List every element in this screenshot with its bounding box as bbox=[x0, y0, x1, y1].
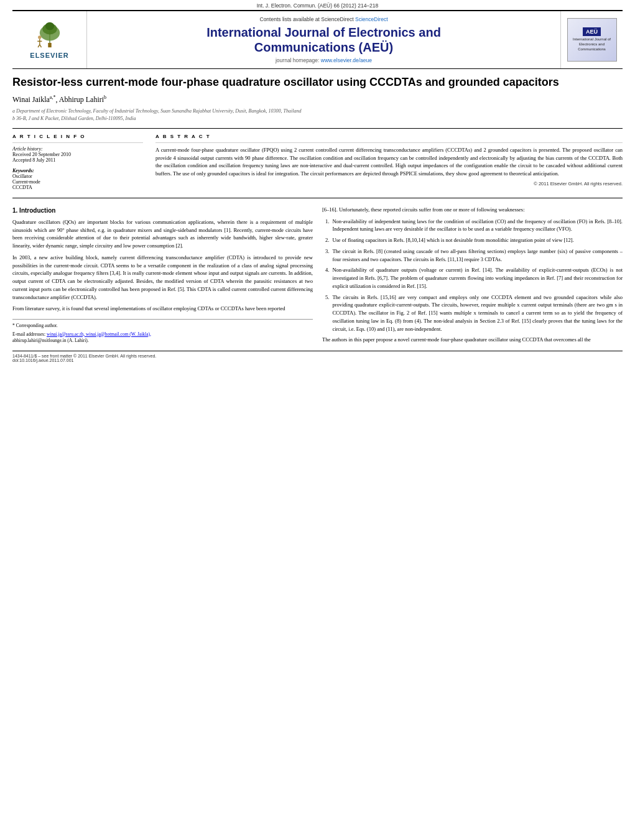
page-wrapper: Int. J. Electron. Commun. (AEÜ) 66 (2012… bbox=[0, 0, 635, 840]
divider-1 bbox=[12, 128, 623, 129]
author-winai: Winai Jaiklaa,*, Abhirup Lahirib bbox=[12, 95, 106, 104]
right-intro-continuation: [6–16]. Unfortunately, these reported ci… bbox=[322, 206, 623, 214]
affiliation-b: b 36-B, J and K Packet, Dilshad Garden, … bbox=[12, 116, 136, 121]
intro-para1: Quadrature oscillators (QOs) are importa… bbox=[12, 218, 313, 250]
intro-para3: From literature survey, it is found that… bbox=[12, 305, 313, 313]
journal-title: International Journal of Electronics and… bbox=[93, 25, 554, 55]
list-text-4: Non-availability of quadrature outputs (… bbox=[332, 266, 623, 290]
list-text-2: Use of floating capacitors in Refs. [8,1… bbox=[332, 236, 573, 244]
svg-line-8 bbox=[38, 45, 40, 48]
footnote-corresponding: * Corresponding author. bbox=[12, 323, 313, 330]
journal-homepage: journal homepage: www.elsevier.de/aeue bbox=[93, 57, 554, 63]
article-info-col: A R T I C L E I N F O Article history: R… bbox=[12, 134, 143, 190]
bottom-bar: 1434-8411/$ – see front matter © 2011 El… bbox=[12, 351, 623, 362]
abstract-label: A B S T R A C T bbox=[155, 134, 623, 139]
weakness-list: 1. Non-availability of independent tunin… bbox=[322, 218, 623, 333]
list-item-5: 5. The circuits in Refs. [15,16] are ver… bbox=[325, 293, 623, 333]
list-number-2: 2. bbox=[325, 236, 329, 244]
list-item-3: 3. The circuit in Refs. [8] (created usi… bbox=[325, 247, 623, 264]
list-item-2: 2. Use of floating capacitors in Refs. [… bbox=[325, 236, 623, 244]
sciencedirect-link: Contents lists available at ScienceDirec… bbox=[93, 16, 554, 22]
citation-bar: Int. J. Electron. Commun. (AEÜ) 66 (2012… bbox=[0, 0, 635, 10]
keywords-label: Keywords: bbox=[12, 168, 34, 173]
history-label: Article history: bbox=[12, 146, 43, 152]
intro-heading: 1. Introduction bbox=[12, 206, 313, 215]
list-number-3: 3. bbox=[325, 247, 329, 264]
list-number-4: 4. bbox=[325, 266, 329, 290]
svg-rect-0 bbox=[48, 43, 51, 47]
body-right-col: [6–16]. Unfortunately, these reported ci… bbox=[322, 206, 623, 348]
list-text-5: The circuits in Refs. [15,16] are very c… bbox=[332, 293, 623, 333]
email2: abhirup.lahiri@nsitlounge.in (A. Lahiri)… bbox=[12, 338, 89, 343]
elsevier-logo-section: ELSEVIER bbox=[12, 11, 87, 68]
conclusion-para: The authors in this paper propose a nove… bbox=[322, 336, 623, 344]
header-section: ELSEVIER Contents lists available at Sci… bbox=[12, 10, 623, 69]
aeu-badge: AEÜ bbox=[583, 27, 601, 36]
list-item-1: 1. Non-availability of independent tunin… bbox=[325, 218, 623, 234]
homepage-link[interactable]: www.elsevier.de/aeue bbox=[321, 57, 372, 63]
keyword-3: CCCDTA bbox=[12, 185, 143, 190]
list-text-3: The circuit in Refs. [8] (created using … bbox=[332, 247, 623, 264]
elsevier-tree-icon bbox=[31, 21, 68, 48]
list-text-1: Non-availability of independent tuning l… bbox=[332, 218, 623, 234]
right-logo-section: AEÜ International Journal of Electronics… bbox=[560, 11, 623, 68]
doi-line: doi:10.1016/j.aeue.2011.07.001 bbox=[12, 358, 623, 362]
received-date: Received 20 September 2010 bbox=[12, 152, 71, 157]
footnote-email: E-mail addresses: winai.ja@ssru.ac.th, w… bbox=[12, 331, 313, 344]
keyword-1: Oscillator bbox=[12, 173, 143, 179]
svg-line-9 bbox=[39, 45, 41, 48]
affiliation-a: a Department of Electronic Technology, F… bbox=[12, 108, 301, 114]
email-label: E-mail addresses: bbox=[12, 331, 45, 337]
right-logo-box: AEÜ International Journal of Electronics… bbox=[567, 18, 617, 62]
email1-link[interactable]: winai.ja@ssru.ac.th, winai.ja@hotmail.co… bbox=[47, 331, 151, 337]
citation-text: Int. J. Electron. Commun. (AEÜ) 66 (2012… bbox=[257, 2, 379, 9]
elsevier-logo: ELSEVIER bbox=[30, 21, 68, 59]
article-content: Resistor-less current-mode four-phase qu… bbox=[12, 69, 623, 369]
article-info-label: A R T I C L E I N F O bbox=[12, 134, 143, 139]
list-item-4: 4. Non-availability of quadrature output… bbox=[325, 266, 623, 290]
accepted-date: Accepted 8 July 2011 bbox=[12, 157, 55, 163]
affiliations: a Department of Electronic Technology, F… bbox=[12, 108, 623, 121]
elsevier-text: ELSEVIER bbox=[30, 52, 68, 59]
divider-info bbox=[12, 142, 143, 143]
authors: Winai Jaiklaa,*, Abhirup Lahirib bbox=[12, 95, 623, 104]
copyright-line: © 2011 Elsevier GmbH. All rights reserve… bbox=[155, 181, 623, 187]
article-title: Resistor-less current-mode four-phase qu… bbox=[12, 75, 623, 90]
keywords-section: Keywords: Oscillator Current-mode CCCDTA bbox=[12, 167, 143, 190]
article-history: Article history: Received 20 September 2… bbox=[12, 146, 143, 163]
issn-line: 1434-8411/$ – see front matter © 2011 El… bbox=[12, 354, 623, 358]
divider-abstract bbox=[155, 142, 623, 143]
right-logo-journal-name: International Journal of Electronics and… bbox=[573, 37, 611, 52]
body-section: 1. Introduction Quadrature oscillators (… bbox=[12, 198, 623, 348]
body-left-col: 1. Introduction Quadrature oscillators (… bbox=[12, 206, 313, 348]
two-col-section: A R T I C L E I N F O Article history: R… bbox=[12, 134, 623, 190]
intro-para2: In 2003, a new active building block, na… bbox=[12, 254, 313, 302]
svg-point-4 bbox=[45, 22, 53, 30]
journal-header-center: Contents lists available at ScienceDirec… bbox=[87, 11, 560, 68]
keyword-2: Current-mode bbox=[12, 179, 143, 185]
list-number-1: 1. bbox=[325, 218, 329, 234]
abstract-col: A B S T R A C T A current-mode four-phas… bbox=[155, 134, 623, 190]
svg-point-5 bbox=[38, 35, 41, 39]
sciencedirect-anchor[interactable]: ScienceDirect bbox=[355, 16, 387, 22]
abstract-text: A current-mode four-phase quadrature osc… bbox=[155, 146, 623, 178]
list-number-5: 5. bbox=[325, 293, 329, 333]
footer-notes: * Corresponding author. E-mail addresses… bbox=[12, 319, 313, 344]
